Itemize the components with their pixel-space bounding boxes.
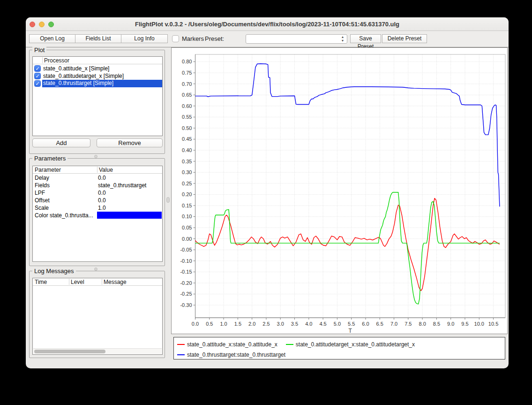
svg-text:6.0: 6.0 (362, 321, 369, 327)
splitter-handle-vertical[interactable] (166, 197, 170, 203)
svg-text:8.0: 8.0 (419, 321, 426, 327)
preset-combobox[interactable]: ▲▼ (246, 34, 347, 44)
param-row-delay[interactable]: Delay 0.0 (33, 174, 162, 182)
legend-item-thrusttarget: state_0.thrusttarget:state_0.thrusttarge… (177, 352, 285, 358)
svg-text:5.0: 5.0 (334, 321, 341, 327)
svg-text:10.5: 10.5 (488, 321, 498, 327)
param-row-offset[interactable]: Offset 0.0 (33, 197, 162, 204)
svg-text:8.5: 8.5 (433, 321, 440, 327)
flightplot-window: FlightPlot v.0.3.2 - /Users/oleg/Documen… (26, 17, 509, 368)
svg-text:1.0: 1.0 (220, 321, 227, 327)
save-preset-button[interactable]: Save Preset (350, 34, 381, 43)
parameters-group: Parameters Parameter Value Delay 0.0 Fie… (29, 158, 165, 266)
time-column-header: Time (35, 279, 47, 285)
open-log-button[interactable]: Open Log (29, 34, 75, 43)
svg-text:0.5: 0.5 (206, 321, 213, 327)
svg-text:4.5: 4.5 (319, 321, 326, 327)
scrollbar-thumb[interactable] (34, 350, 105, 353)
log-messages-group-title: Log Messages (32, 267, 76, 275)
log-messages-table: Time Level Message (32, 278, 163, 355)
svg-text:0.05: 0.05 (182, 225, 192, 230)
svg-text:7.0: 7.0 (390, 321, 397, 327)
markers-checkbox[interactable] (172, 35, 179, 42)
value-column-header: Value (99, 167, 113, 173)
processor-row-attitude-x[interactable]: ✓ state_0.attitude_x [Simple] (33, 65, 162, 72)
svg-text:0.60: 0.60 (182, 103, 192, 109)
svg-text:7.5: 7.5 (405, 321, 412, 327)
svg-text:-0.10: -0.10 (180, 258, 192, 264)
parameters-table: Parameter Value Delay 0.0 Fields state_0… (32, 166, 163, 262)
param-row-color[interactable]: Color state_0.thrustta... (33, 212, 162, 219)
titlebar: FlightPlot v.0.3.2 - /Users/oleg/Documen… (26, 17, 509, 31)
svg-text:0.65: 0.65 (182, 92, 192, 98)
horizontal-scrollbar[interactable] (33, 348, 162, 354)
svg-text:9.0: 9.0 (447, 321, 454, 327)
svg-text:0.15: 0.15 (182, 203, 192, 208)
parameters-group-title: Parameters (32, 155, 67, 162)
delete-preset-button[interactable]: Delete Preset (382, 34, 427, 43)
chart-legend: state_0.attitude_x:state_0.attitude_x st… (173, 337, 505, 359)
param-row-scale[interactable]: Scale 1.0 (33, 204, 162, 212)
legend-item-attitude-x: state_0.attitude_x:state_0.attitude_x (177, 341, 277, 348)
svg-text:0.10: 0.10 (182, 214, 192, 219)
markers-label: Markers (182, 34, 204, 43)
svg-text:0.40: 0.40 (182, 147, 192, 153)
combobox-stepper-icon[interactable]: ▲▼ (340, 35, 345, 43)
processor-column-header: Processor (44, 57, 69, 64)
svg-text:6.5: 6.5 (376, 321, 383, 327)
legend-line-sample (286, 344, 293, 345)
checkbox-checked-icon[interactable]: ✓ (34, 73, 41, 79)
svg-text:-0.05: -0.05 (180, 247, 192, 252)
svg-text:3.0: 3.0 (277, 321, 284, 327)
message-column-header: Message (104, 279, 127, 285)
svg-text:10.0: 10.0 (474, 321, 484, 327)
svg-text:-0.20: -0.20 (180, 280, 192, 286)
level-column-header: Level (71, 279, 84, 285)
plot-group: Plot Processor ✓ state_0.attitude_x [Sim… (29, 50, 165, 154)
svg-text:2.0: 2.0 (248, 321, 255, 327)
window-title: FlightPlot v.0.3.2 - /Users/oleg/Documen… (26, 17, 509, 31)
svg-text:5.5: 5.5 (348, 321, 355, 327)
svg-text:-0.30: -0.30 (180, 302, 192, 308)
svg-text:0.70: 0.70 (182, 81, 192, 87)
svg-text:-0.15: -0.15 (180, 269, 192, 275)
svg-text:T: T (349, 328, 352, 334)
log-info-button[interactable]: Log Info (121, 34, 168, 43)
svg-text:0.80: 0.80 (182, 59, 192, 64)
svg-text:0.20: 0.20 (182, 191, 192, 197)
param-row-fields[interactable]: Fields state_0.thrusttarget (33, 182, 162, 189)
checkbox-checked-icon[interactable]: ✓ (34, 80, 41, 87)
svg-text:2.5: 2.5 (262, 321, 270, 327)
svg-text:0.45: 0.45 (182, 136, 192, 142)
legend-item-attitudetarget-x: state_0.attitudetarget_x:state_0.attitud… (286, 341, 415, 348)
svg-text:1.5: 1.5 (234, 321, 241, 327)
legend-line-sample (177, 344, 185, 345)
svg-text:9.5: 9.5 (461, 321, 468, 327)
svg-text:-0.25: -0.25 (180, 291, 192, 297)
checkbox-checked-icon[interactable]: ✓ (34, 65, 41, 72)
preset-label: Preset: (205, 34, 224, 43)
param-row-lpf[interactable]: LPF 0.0 (33, 189, 162, 197)
svg-text:3.5: 3.5 (291, 321, 298, 327)
log-messages-group: Log Messages Time Level Message (29, 271, 165, 358)
remove-button[interactable]: Remove (97, 138, 163, 147)
processor-row-attitudetarget-x[interactable]: ✓ state_0.attitudetarget_x [Simple] (33, 72, 162, 80)
svg-text:0.50: 0.50 (182, 125, 192, 131)
splitter-handle[interactable] (94, 155, 97, 158)
chart-panel[interactable]: 0.800.750.700.650.600.550.500.450.400.35… (171, 47, 508, 334)
plot-canvas[interactable]: 0.800.750.700.650.600.550.500.450.400.35… (172, 48, 507, 334)
processors-table: Processor ✓ state_0.attitude_x [Simple] … (32, 56, 163, 136)
fields-list-button[interactable]: Fields List (75, 34, 121, 43)
color-swatch[interactable] (97, 212, 162, 219)
plot-group-title: Plot (32, 46, 46, 53)
add-button[interactable]: Add (32, 138, 90, 147)
legend-line-sample (177, 354, 185, 355)
splitter-handle[interactable] (94, 267, 97, 271)
svg-text:0.30: 0.30 (182, 169, 192, 175)
svg-text:0.55: 0.55 (182, 114, 192, 120)
svg-text:4.0: 4.0 (305, 321, 312, 327)
svg-text:0.00: 0.00 (182, 236, 192, 242)
svg-text:0.0: 0.0 (192, 321, 199, 327)
processor-row-thrusttarget[interactable]: ✓ state_0.thrusttarget [Simple] (33, 80, 162, 87)
parameter-column-header: Parameter (35, 167, 61, 173)
